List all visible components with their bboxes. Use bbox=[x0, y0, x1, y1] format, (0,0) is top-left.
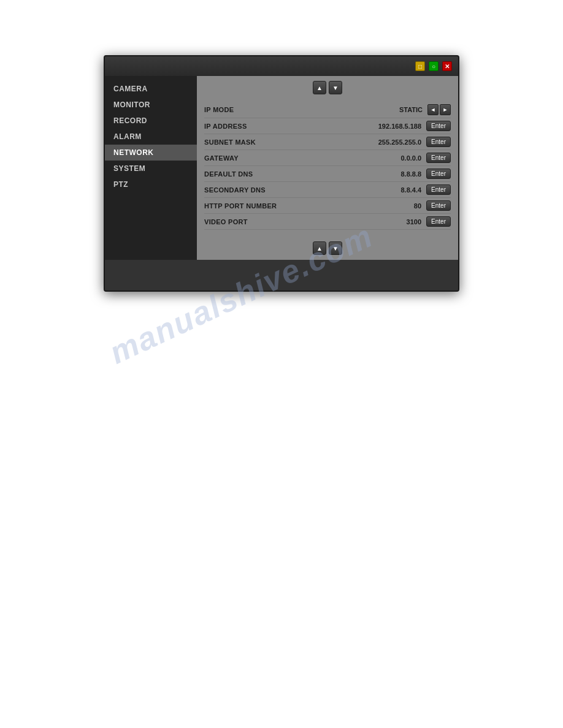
default-dns-label: DEFAULT DNS bbox=[204, 170, 360, 178]
maximize-button[interactable]: ○ bbox=[429, 61, 439, 71]
main-panel: ▲ ▼ IP MODE STATIC ◄ ► bbox=[197, 76, 458, 260]
top-nav-bar: ▲ ▼ bbox=[197, 76, 458, 99]
subnet-mask-value: 255.255.255.0 bbox=[360, 138, 421, 146]
ip-mode-controls: ◄ ► bbox=[427, 104, 451, 115]
scroll-down-button[interactable]: ▼ bbox=[329, 81, 342, 94]
gateway-value: 0.0.0.0 bbox=[360, 154, 421, 162]
content-area: CAMERA MONITOR RECORD ALARM NETWORK SYST… bbox=[105, 76, 458, 260]
settings-row-video-port: VIDEO PORT 3100 Enter bbox=[204, 214, 451, 230]
ip-mode-value: STATIC bbox=[361, 106, 423, 113]
close-button[interactable]: ✕ bbox=[442, 61, 452, 71]
sidebar-item-camera[interactable]: CAMERA bbox=[105, 81, 197, 97]
page-wrapper: □ ○ ✕ CAMERA MONITOR RECORD ALARM NETWOR… bbox=[0, 0, 563, 728]
gateway-label: GATEWAY bbox=[204, 154, 360, 162]
settings-row-subnet-mask: SUBNET MASK 255.255.255.0 Enter bbox=[204, 134, 451, 150]
settings-row-ip-mode: IP MODE STATIC ◄ ► bbox=[204, 102, 451, 118]
secondary-dns-value: 8.8.4.4 bbox=[360, 186, 421, 194]
bottom-scroll-down-button[interactable]: ▼ bbox=[329, 241, 342, 255]
secondary-dns-enter-button[interactable]: Enter bbox=[426, 184, 451, 195]
settings-row-gateway: GATEWAY 0.0.0.0 Enter bbox=[204, 150, 451, 166]
ip-mode-right-button[interactable]: ► bbox=[440, 104, 451, 115]
settings-row-ip-address: IP ADDRESS 192.168.5.188 Enter bbox=[204, 118, 451, 134]
http-port-enter-button[interactable]: Enter bbox=[426, 200, 451, 211]
video-port-enter-button[interactable]: Enter bbox=[426, 216, 451, 227]
ip-mode-label: IP MODE bbox=[204, 106, 361, 113]
settings-row-secondary-dns: SECONDARY DNS 8.8.4.4 Enter bbox=[204, 182, 451, 198]
scroll-up-button[interactable]: ▲ bbox=[313, 81, 326, 94]
sidebar-item-alarm[interactable]: ALARM bbox=[105, 129, 197, 145]
sidebar-item-ptz[interactable]: PTZ bbox=[105, 176, 197, 192]
default-dns-value: 8.8.8.8 bbox=[360, 170, 421, 178]
bottom-bar bbox=[105, 260, 458, 290]
settings-row-default-dns: DEFAULT DNS 8.8.8.8 Enter bbox=[204, 166, 451, 182]
sidebar-item-network[interactable]: NETWORK bbox=[105, 145, 197, 161]
sidebar: CAMERA MONITOR RECORD ALARM NETWORK SYST… bbox=[105, 76, 197, 260]
ip-address-enter-button[interactable]: Enter bbox=[426, 121, 451, 131]
http-port-value: 80 bbox=[360, 202, 421, 210]
subnet-mask-label: SUBNET MASK bbox=[204, 138, 360, 146]
ip-address-value: 192.168.5.188 bbox=[360, 123, 421, 130]
video-port-value: 3100 bbox=[360, 218, 421, 226]
ip-mode-left-button[interactable]: ◄ bbox=[427, 104, 439, 115]
http-port-label: HTTP PORT NUMBER bbox=[204, 202, 360, 210]
title-bar: □ ○ ✕ bbox=[105, 56, 458, 76]
bottom-scroll-up-button[interactable]: ▲ bbox=[313, 241, 326, 255]
video-port-label: VIDEO PORT bbox=[204, 218, 360, 226]
bottom-nav-bar: ▲ ▼ bbox=[197, 237, 458, 260]
minimize-button[interactable]: □ bbox=[415, 61, 425, 71]
subnet-mask-enter-button[interactable]: Enter bbox=[426, 137, 451, 147]
ip-address-label: IP ADDRESS bbox=[204, 123, 360, 130]
settings-row-http-port: HTTP PORT NUMBER 80 Enter bbox=[204, 198, 451, 214]
secondary-dns-label: SECONDARY DNS bbox=[204, 186, 360, 194]
page-outer: □ ○ ✕ CAMERA MONITOR RECORD ALARM NETWOR… bbox=[0, 0, 563, 728]
sidebar-item-record[interactable]: RECORD bbox=[105, 113, 197, 129]
settings-table: IP MODE STATIC ◄ ► IP ADDRESS 192.168.5.… bbox=[197, 99, 458, 237]
gateway-enter-button[interactable]: Enter bbox=[426, 153, 451, 163]
sidebar-item-system[interactable]: SYSTEM bbox=[105, 161, 197, 176]
sidebar-item-monitor[interactable]: MONITOR bbox=[105, 97, 197, 113]
app-window: □ ○ ✕ CAMERA MONITOR RECORD ALARM NETWOR… bbox=[104, 55, 459, 292]
default-dns-enter-button[interactable]: Enter bbox=[426, 169, 451, 179]
